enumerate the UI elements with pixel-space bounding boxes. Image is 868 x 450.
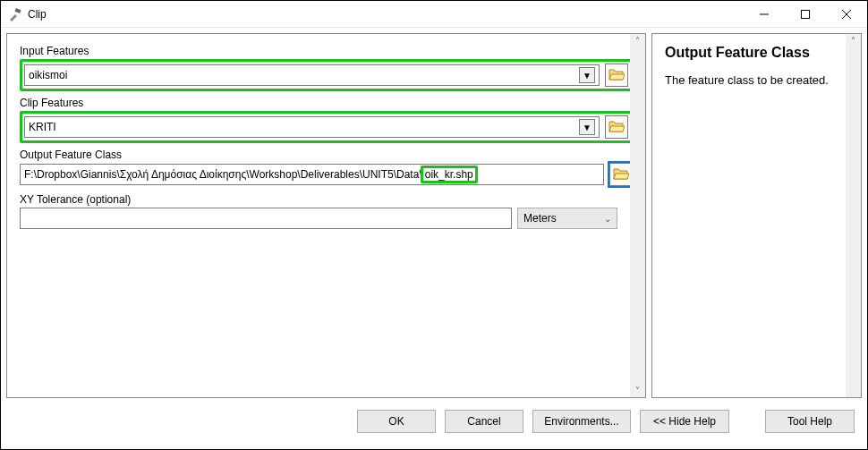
cancel-button[interactable]: Cancel: [445, 410, 523, 433]
dialog-button-bar: OK Cancel Environments... << Hide Help T…: [1, 403, 867, 439]
window-title: Clip: [28, 8, 744, 21]
input-features-combo[interactable]: oikismoi ▼: [24, 64, 600, 86]
scroll-up-icon[interactable]: ˄: [849, 34, 857, 47]
clip-features-row-highlight: KRITI ▼: [20, 111, 633, 143]
help-body: The feature class to be created.: [665, 73, 848, 89]
output-path-prefix: F:\Dropbox\Giannis\Σχολή Δημόσιας Διοίκη…: [24, 168, 422, 181]
help-panel: Output Feature Class The feature class t…: [651, 33, 862, 398]
xy-tolerance-units-select[interactable]: Meters ⌄: [517, 208, 617, 229]
folder-open-icon: [608, 119, 625, 136]
browse-clip-features-button[interactable]: [605, 115, 628, 139]
ok-button[interactable]: OK: [357, 410, 436, 433]
clip-features-label: Clip Features: [20, 97, 633, 109]
svg-rect-2: [802, 10, 810, 18]
scroll-down-icon[interactable]: ˅: [634, 384, 642, 397]
folder-open-icon: [613, 166, 629, 183]
output-feature-class-row: F:\Dropbox\Giannis\Σχολή Δημόσιας Διοίκη…: [20, 163, 633, 186]
xy-tolerance-row: Meters ⌄: [20, 208, 633, 229]
main-scrollbar[interactable]: ˄ ˅: [630, 34, 645, 397]
folder-open-icon: [608, 67, 625, 84]
units-value: Meters: [523, 212, 557, 225]
minimize-button[interactable]: [744, 1, 785, 27]
chevron-down-icon: ⌄: [604, 214, 611, 224]
help-title: Output Feature Class: [665, 45, 848, 61]
input-features-value: oikismoi: [29, 69, 579, 81]
clip-features-combo[interactable]: KRITI ▼: [24, 116, 600, 138]
chevron-down-icon[interactable]: ▼: [579, 67, 595, 83]
output-feature-class-label: Output Feature Class: [20, 149, 633, 161]
hide-help-button[interactable]: << Hide Help: [640, 410, 729, 433]
xy-tolerance-input[interactable]: [20, 208, 512, 229]
window-controls: [744, 1, 867, 27]
close-button[interactable]: [826, 1, 867, 27]
tool-help-button[interactable]: Tool Help: [765, 410, 855, 433]
output-filename-highlight: oik_kr.shp: [421, 166, 478, 183]
hammer-icon: [8, 7, 22, 21]
input-features-label: Input Features: [20, 45, 633, 57]
help-scrollbar[interactable]: ˄: [846, 34, 861, 397]
parameters-panel: Input Features oikismoi ▼ Clip Features …: [6, 33, 646, 398]
xy-tolerance-label: XY Tolerance (optional): [20, 193, 633, 206]
browse-input-features-button[interactable]: [605, 64, 628, 87]
input-features-row-highlight: oikismoi ▼: [20, 59, 633, 91]
output-feature-class-input[interactable]: F:\Dropbox\Giannis\Σχολή Δημόσιας Διοίκη…: [20, 164, 604, 185]
scroll-up-icon[interactable]: ˄: [634, 34, 642, 47]
svg-rect-0: [14, 8, 21, 13]
environments-button[interactable]: Environments...: [532, 410, 631, 433]
clip-features-value: KRITI: [29, 121, 579, 133]
chevron-down-icon[interactable]: ▼: [579, 119, 595, 135]
maximize-button[interactable]: [785, 1, 826, 27]
title-bar: Clip: [1, 1, 867, 28]
